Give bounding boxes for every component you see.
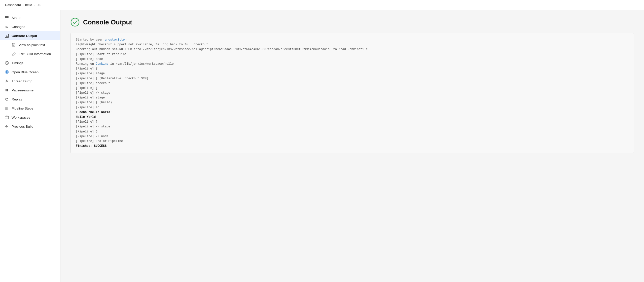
thread-dump-icon: [5, 79, 9, 83]
sidebar-item-workspaces[interactable]: Workspaces: [0, 113, 60, 122]
svg-rect-19: [7, 89, 8, 91]
console-line-17: Hello World: [76, 115, 629, 120]
sidebar-item-view-plain-text[interactable]: View as plain text: [0, 40, 60, 49]
console-line-8: [Pipeline] stage: [76, 71, 629, 76]
sidebar-item-thread-dump[interactable]: Thread Dump: [0, 77, 60, 86]
page-header: Console Output: [70, 18, 634, 27]
sidebar-label-replay: Replay: [12, 97, 56, 101]
sidebar-item-changes[interactable]: </> Changes: [0, 22, 60, 31]
sidebar-label-pause-resume: Pause/resume: [12, 88, 56, 92]
console-line-3: Checking out hudson.scm.NullSCM into /va…: [76, 47, 629, 52]
console-line-15: [Pipeline] sh: [76, 105, 629, 110]
page-title: Console Output: [83, 18, 132, 26]
sidebar-label-status: Status: [12, 16, 56, 20]
console-line-12: [Pipeline] // stage: [76, 91, 629, 95]
svg-line-14: [7, 63, 8, 63]
console-line-20: [Pipeline] }: [76, 129, 629, 134]
sidebar-item-replay[interactable]: Replay: [0, 95, 60, 104]
timings-icon: [5, 61, 9, 65]
console-line-13: [Pipeline] stage: [76, 95, 629, 100]
breadcrumb: Dashboard › hello › #2: [0, 0, 644, 10]
sidebar-item-previous-build[interactable]: Previous Build: [0, 122, 60, 131]
sidebar-label-console-output: Console Output: [12, 34, 56, 38]
main-content: Console Output Started by user ghostwrit…: [60, 10, 644, 282]
breadcrumb-hello[interactable]: hello: [25, 3, 32, 7]
status-icon: [5, 15, 9, 20]
console-icon: [5, 33, 9, 38]
svg-text:</>: </>: [5, 25, 9, 29]
svg-point-24: [6, 108, 7, 109]
console-line-1: Started by user ghostwritten: [76, 38, 629, 42]
user-link[interactable]: ghostwritten: [105, 38, 126, 42]
sidebar-label-timings: Timings: [12, 61, 56, 65]
workspaces-icon: [5, 115, 9, 120]
replay-icon: [5, 97, 9, 101]
pause-icon: [5, 88, 9, 92]
sidebar-label-changes: Changes: [12, 25, 56, 29]
svg-rect-26: [5, 116, 9, 119]
sidebar-item-edit-build-info[interactable]: Edit Build Information: [0, 49, 60, 58]
success-status-icon: [70, 18, 80, 27]
console-line-5: [Pipeline] node: [76, 57, 629, 62]
console-line-14: [Pipeline] { (hello): [76, 100, 629, 105]
sidebar-label-open-blue-ocean: Open Blue Ocean: [12, 70, 56, 74]
console-line-7: [Pipeline] {: [76, 66, 629, 71]
svg-point-25: [6, 109, 7, 110]
sidebar-label-edit-build-info: Edit Build Information: [19, 52, 56, 56]
svg-rect-18: [6, 89, 7, 91]
svg-point-23: [6, 107, 7, 108]
previous-build-icon: [5, 124, 9, 129]
sidebar-item-console-output[interactable]: Console Output: [0, 31, 60, 40]
console-line-21: [Pipeline] // node: [76, 134, 629, 139]
breadcrumb-build-number: #2: [38, 3, 41, 7]
svg-rect-1: [5, 17, 9, 18]
pipeline-steps-icon: [5, 106, 9, 111]
console-line-22: [Pipeline] End of Pipeline: [76, 139, 629, 144]
sidebar-label-previous-build: Previous Build: [12, 125, 56, 128]
console-output-box: Started by user ghostwritten Lightweight…: [70, 33, 634, 153]
sidebar: Status </> Changes Console Output: [0, 10, 60, 282]
console-line-19: [Pipeline] // stage: [76, 124, 629, 129]
sidebar-item-timings[interactable]: Timings: [0, 58, 60, 67]
blue-ocean-icon: [5, 70, 9, 74]
sidebar-label-thread-dump: Thread Dump: [12, 79, 56, 83]
breadcrumb-dashboard[interactable]: Dashboard: [5, 3, 21, 7]
sidebar-item-pause-resume[interactable]: Pause/resume: [0, 86, 60, 95]
console-line-2: Lightweight checkout support not availab…: [76, 42, 629, 47]
jenkins-link[interactable]: Jenkins: [96, 62, 108, 66]
console-line-23: Finished: SUCCESS: [76, 144, 629, 149]
sidebar-item-status[interactable]: Status: [0, 13, 60, 22]
console-line-9: [Pipeline] { (Declarative: Checkout SCM): [76, 76, 629, 81]
console-line-4: [Pipeline] Start of Pipeline: [76, 52, 629, 57]
console-line-6: Running on Jenkins in /var/lib/jenkins/w…: [76, 62, 629, 66]
console-line-16: + echo 'Hello World': [76, 110, 629, 115]
svg-rect-0: [5, 16, 9, 17]
sidebar-label-workspaces: Workspaces: [12, 116, 56, 119]
svg-point-16: [6, 71, 8, 73]
changes-icon: </>: [5, 24, 9, 29]
svg-point-28: [71, 18, 79, 26]
svg-rect-2: [5, 19, 9, 19]
console-line-10: [Pipeline] checkout: [76, 81, 629, 86]
sidebar-item-open-blue-ocean[interactable]: Open Blue Ocean: [0, 67, 60, 77]
console-line-11: [Pipeline] }: [76, 86, 629, 91]
sidebar-label-pipeline-steps: Pipeline Steps: [12, 107, 56, 110]
edit-icon: [12, 52, 16, 56]
console-line-18: [Pipeline] }: [76, 120, 629, 124]
sidebar-item-pipeline-steps[interactable]: Pipeline Steps: [0, 104, 60, 113]
sidebar-label-view-plain-text: View as plain text: [19, 43, 56, 47]
plain-text-icon: [12, 43, 16, 47]
